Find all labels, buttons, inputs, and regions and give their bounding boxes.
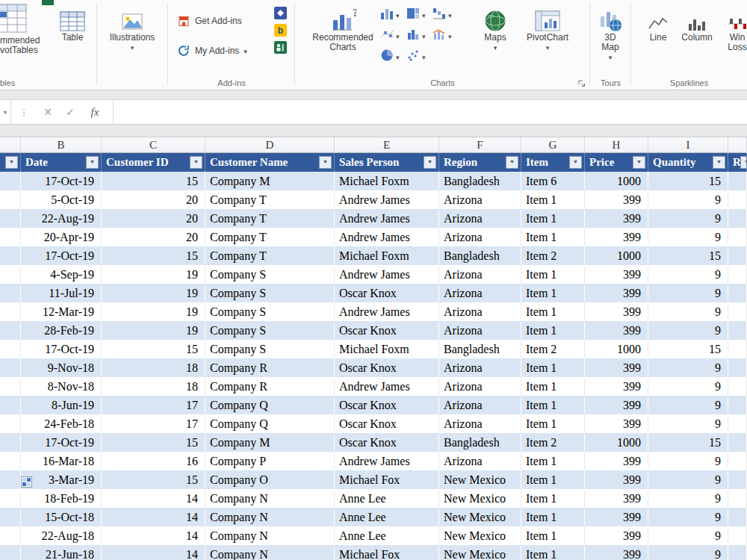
filter-button-date[interactable]: ▼: [86, 156, 99, 169]
cell-a-partial[interactable]: [0, 321, 21, 340]
insert-scatter-chart-button[interactable]: ▾: [406, 48, 431, 66]
cell-a-partial[interactable]: [0, 284, 21, 302]
cell-sales-person[interactable]: Michael Fox: [335, 545, 439, 560]
cell-sales-person[interactable]: Andrew James: [335, 377, 439, 396]
cell-region[interactable]: Bangladesh: [439, 433, 521, 452]
header-cell-partial[interactable]: R ▼: [728, 153, 747, 172]
cell-customer-name[interactable]: Company R: [205, 358, 335, 377]
cell-quantity[interactable]: 9: [648, 284, 728, 302]
column-header-E[interactable]: E: [335, 137, 439, 153]
column-header-I[interactable]: I: [648, 137, 728, 153]
cell-date[interactable]: 16-Mar-18: [21, 452, 102, 470]
cell-region[interactable]: Arizona: [439, 228, 521, 246]
cell-sales-person[interactable]: Anne Lee: [335, 526, 439, 545]
cell-region[interactable]: Arizona: [439, 396, 521, 414]
cell-customer-id[interactable]: 19: [102, 265, 205, 284]
cell-a-partial[interactable]: [0, 190, 21, 209]
people-graph-add-in-button[interactable]: [273, 40, 288, 55]
cell-quantity[interactable]: 9: [648, 265, 728, 284]
filter-button-customer-id[interactable]: ▼: [190, 156, 202, 169]
cell-sales-person[interactable]: Michael Foxm: [335, 340, 439, 358]
cell-sales-person[interactable]: Anne Lee: [335, 508, 439, 526]
sparkline-line-button[interactable]: Line: [640, 0, 676, 43]
cell-sales-person[interactable]: Michael Foxm: [335, 246, 439, 265]
header-cell-price[interactable]: Price ▼: [585, 153, 648, 172]
sparkline-winloss-button[interactable]: Win Loss: [718, 0, 747, 52]
header-cell-region[interactable]: Region ▼: [439, 153, 521, 172]
table-button[interactable]: Table: [52, 0, 93, 43]
cell-quantity[interactable]: 9: [648, 190, 728, 209]
cell-extra-partial[interactable]: [728, 172, 747, 190]
cell-customer-id[interactable]: 19: [102, 284, 205, 302]
cell-customer-name[interactable]: Company T: [205, 209, 335, 228]
cell-price[interactable]: 399: [585, 284, 648, 302]
filter-button-region[interactable]: ▼: [506, 156, 518, 169]
cell-sales-person[interactable]: Oscar Knox: [335, 358, 439, 377]
cell-customer-id[interactable]: 20: [102, 209, 205, 228]
column-header-J-partial[interactable]: [728, 137, 747, 153]
cell-extra-partial[interactable]: [728, 228, 747, 246]
cell-date[interactable]: 24-Feb-18: [21, 414, 102, 433]
insert-waterfall-chart-button[interactable]: ▾: [432, 6, 457, 24]
cell-date[interactable]: 11-Jul-19: [21, 284, 102, 302]
cell-customer-id[interactable]: 15: [102, 433, 205, 452]
header-cell-quantity[interactable]: Quantity ▼: [648, 153, 728, 172]
cell-customer-name[interactable]: Company T: [205, 246, 335, 265]
cell-customer-name[interactable]: Company N: [205, 489, 335, 508]
cell-sales-person[interactable]: Andrew James: [335, 228, 439, 246]
cell-region[interactable]: Arizona: [439, 377, 521, 396]
cell-extra-partial[interactable]: [728, 414, 747, 433]
cell-customer-name[interactable]: Company T: [205, 190, 335, 209]
maps-button[interactable]: Maps ▾: [477, 0, 514, 52]
cell-quantity[interactable]: 9: [648, 489, 728, 508]
cell-quantity[interactable]: 9: [648, 321, 728, 340]
cancel-button[interactable]: ✕: [37, 100, 59, 124]
cell-price[interactable]: 399: [585, 265, 648, 284]
cell-customer-name[interactable]: Company T: [205, 228, 335, 246]
cell-region[interactable]: Arizona: [439, 414, 521, 433]
cell-date[interactable]: 22-Aug-19: [21, 209, 102, 228]
pivotchart-button[interactable]: PivotChart ▾: [521, 0, 574, 52]
cell-region[interactable]: New Mexico: [439, 489, 521, 508]
cell-quantity[interactable]: 9: [648, 414, 728, 433]
cell-item[interactable]: Item 1: [521, 470, 585, 489]
cell-a-partial[interactable]: [0, 246, 21, 265]
cell-quantity[interactable]: 9: [648, 302, 728, 321]
cell-customer-id[interactable]: 19: [102, 321, 205, 340]
cell-customer-id[interactable]: 14: [102, 489, 205, 508]
cell-quantity[interactable]: 9: [648, 545, 728, 560]
my-add-ins-button[interactable]: My Add-ins ▾: [177, 42, 247, 60]
visio-add-in-button[interactable]: [273, 6, 288, 20]
cell-quantity[interactable]: 15: [648, 433, 728, 452]
cell-item[interactable]: Item 1: [521, 228, 585, 246]
cell-quantity[interactable]: 15: [648, 172, 728, 190]
cell-quantity[interactable]: 9: [648, 228, 728, 246]
cell-customer-name[interactable]: Company N: [205, 545, 335, 560]
cell-sales-person[interactable]: Oscar Knox: [335, 414, 439, 433]
cell-item[interactable]: Item 1: [521, 209, 585, 228]
cell-customer-name[interactable]: Company S: [205, 321, 335, 340]
cell-customer-id[interactable]: 15: [102, 340, 205, 358]
cell-price[interactable]: 399: [585, 470, 648, 489]
cell-region[interactable]: Arizona: [439, 265, 521, 284]
cell-region[interactable]: Arizona: [439, 452, 521, 470]
insert-function-button[interactable]: fx: [81, 100, 108, 124]
cell-item[interactable]: Item 1: [521, 508, 585, 526]
formula-bar-resize-handle[interactable]: ⋮: [11, 100, 37, 124]
cell-region[interactable]: New Mexico: [439, 545, 521, 560]
header-cell-sales-person[interactable]: Sales Person ▼: [335, 153, 439, 172]
cell-extra-partial[interactable]: [728, 302, 747, 321]
cell-price[interactable]: 399: [585, 228, 648, 246]
cell-price[interactable]: 399: [585, 209, 648, 228]
cell-customer-id[interactable]: 20: [102, 190, 205, 209]
cell-item[interactable]: Item 1: [521, 284, 585, 302]
name-box-dropdown[interactable]: ▼: [0, 100, 11, 124]
recommended-pivottables-button[interactable]: mmended votTables: [0, 0, 48, 55]
cell-item[interactable]: Item 1: [521, 414, 585, 433]
cell-region[interactable]: Bangladesh: [439, 172, 521, 190]
column-header-C[interactable]: C: [102, 137, 205, 153]
cell-price[interactable]: 399: [585, 190, 648, 209]
illustrations-button[interactable]: Illustrations ▾: [108, 0, 157, 52]
insert-line-chart-button[interactable]: ▾: [379, 27, 405, 45]
column-header-F[interactable]: F: [439, 137, 521, 153]
